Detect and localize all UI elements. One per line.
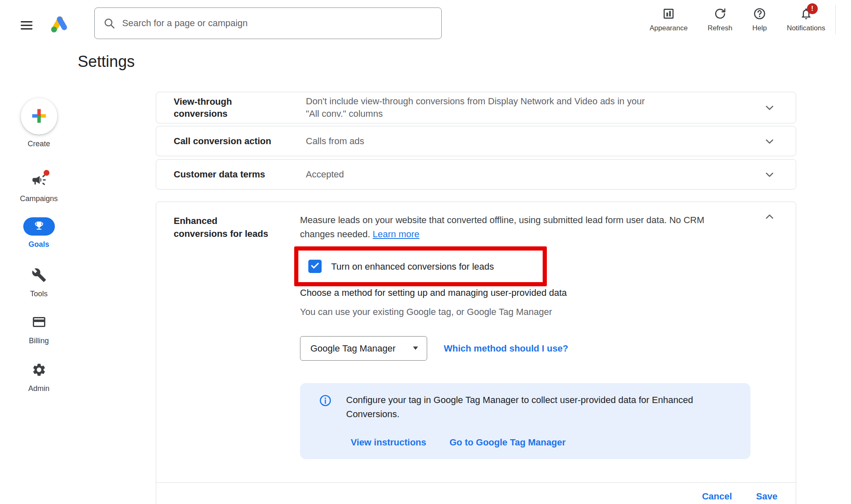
notifications-bell-icon: !	[799, 7, 813, 21]
learn-more-link[interactable]: Learn more	[373, 229, 420, 239]
setting-row-label: View-through conversions	[174, 96, 306, 120]
setting-row-customer-data-terms[interactable]: Customer data terms Accepted	[156, 159, 796, 189]
campaigns-alert-dot	[44, 170, 49, 176]
tools-wrench-icon	[32, 268, 47, 284]
sidebar-item-tools[interactable]: Tools	[0, 267, 78, 298]
page-title: Settings	[78, 53, 135, 71]
go-to-gtm-link[interactable]: Go to Google Tag Manager	[450, 436, 566, 449]
gtm-info-box: Configure your tag in Google Tag Manager…	[300, 383, 750, 459]
goals-active-pill	[23, 217, 55, 236]
sidebar-item-admin[interactable]: Admin	[0, 361, 78, 393]
chevron-down-icon[interactable]	[763, 135, 776, 148]
create-button[interactable]	[21, 98, 57, 135]
footer-buttons: Cancel Save	[702, 490, 777, 503]
billing-label: Billing	[29, 337, 49, 345]
description-text: Measure leads on your website that conve…	[300, 215, 704, 239]
setting-row-value: Calls from ads	[306, 135, 796, 148]
method-dropdown-value: Google Tag Manager	[310, 343, 396, 354]
google-ads-logo-icon	[50, 14, 70, 34]
appearance-icon	[662, 7, 675, 21]
notifications-button[interactable]: ! Notifications	[787, 7, 825, 32]
help-label: Help	[752, 24, 767, 32]
method-subtext: You can use your existing Google tag, or…	[300, 306, 552, 318]
main-menu-button[interactable]	[17, 16, 37, 36]
search-icon	[103, 17, 116, 30]
cancel-button[interactable]: Cancel	[702, 490, 732, 503]
chevron-down-icon[interactable]	[763, 168, 776, 181]
footer-divider	[156, 482, 796, 483]
setting-row-view-through-conversions[interactable]: View-through conversions Don't include v…	[156, 92, 796, 123]
tools-label: Tools	[30, 290, 47, 298]
notification-badge: !	[807, 3, 818, 14]
setting-row-value: Accepted	[306, 168, 796, 181]
billing-card-icon	[32, 315, 47, 331]
which-method-link[interactable]: Which method should I use?	[444, 342, 568, 355]
enhanced-conversions-checkbox[interactable]	[308, 260, 322, 273]
goals-label: Goals	[28, 240, 49, 249]
info-icon	[319, 394, 332, 407]
enhanced-conversions-label: Enhanced conversions for leads	[174, 214, 303, 240]
topbar-divider	[835, 5, 836, 34]
sidebar-item-campaigns[interactable]: Campaigns	[0, 172, 78, 203]
refresh-button[interactable]: Refresh	[708, 7, 733, 32]
topbar-actions: Appearance Refresh Help ! Notifications	[649, 7, 825, 32]
sidebar-item-goals[interactable]: Goals	[0, 217, 78, 249]
admin-gear-icon	[32, 362, 47, 379]
setting-row-call-conversion-action[interactable]: Call conversion action Calls from ads	[156, 126, 796, 156]
info-box-links: View instructions Go to Google Tag Manag…	[351, 436, 566, 449]
method-heading: Choose a method for setting up and manag…	[300, 287, 567, 299]
setting-row-label: Customer data terms	[174, 168, 306, 180]
goals-trophy-icon	[34, 220, 44, 233]
setting-row-label: Call conversion action	[174, 135, 306, 147]
sidebar-item-create: Create	[0, 98, 78, 148]
setting-row-value: Don't include view-through conversions f…	[306, 95, 796, 120]
notifications-label: Notifications	[787, 24, 825, 32]
view-instructions-link[interactable]: View instructions	[351, 436, 426, 449]
method-dropdown[interactable]: Google Tag Manager	[300, 336, 427, 361]
chevron-down-icon[interactable]	[763, 101, 776, 114]
sidebar-item-billing[interactable]: Billing	[0, 314, 78, 345]
enhanced-conversions-description: Measure leads on your website that conve…	[300, 213, 770, 241]
help-button[interactable]: Help	[752, 7, 767, 32]
appearance-label: Appearance	[649, 24, 688, 32]
global-search-box[interactable]	[94, 7, 442, 39]
refresh-icon	[713, 7, 727, 21]
appearance-button[interactable]: Appearance	[649, 7, 688, 32]
dropdown-caret-icon	[413, 347, 418, 350]
campaigns-label: Campaigns	[20, 194, 58, 203]
help-icon	[753, 7, 766, 21]
admin-label: Admin	[28, 384, 49, 393]
create-label: Create	[27, 140, 50, 148]
google-ads-app: Appearance Refresh Help ! Notifications	[0, 0, 851, 504]
info-box-text: Configure your tag in Google Tag Manager…	[346, 393, 737, 421]
multicolor-plus-icon	[30, 107, 48, 126]
checkmark-icon	[310, 260, 320, 273]
refresh-label: Refresh	[708, 24, 733, 32]
save-button[interactable]: Save	[756, 490, 777, 503]
hamburger-icon	[20, 18, 34, 34]
search-input[interactable]	[122, 18, 433, 29]
checkbox-label[interactable]: Turn on enhanced conversions for leads	[331, 261, 494, 273]
enhanced-conversions-card: Enhanced conversions for leads Measure l…	[156, 202, 796, 504]
